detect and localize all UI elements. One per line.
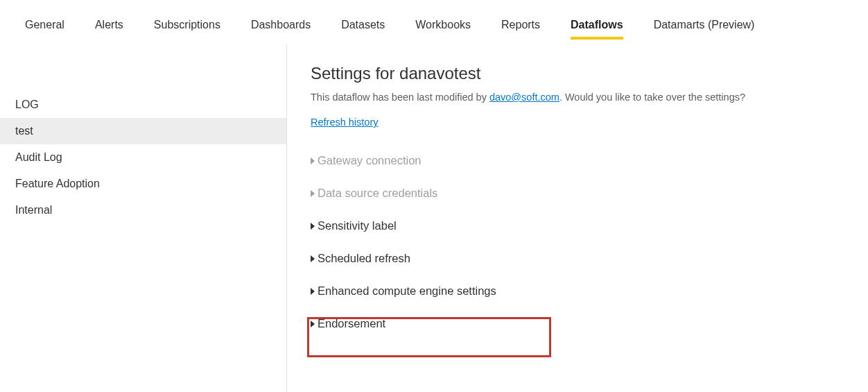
sidebar-item-label: LOG <box>15 99 39 110</box>
top-tabs: General Alerts Subscriptions Dashboards … <box>0 0 868 44</box>
tab-datasets[interactable]: Datasets <box>341 6 385 41</box>
chevron-right-icon <box>311 288 315 295</box>
tab-workbooks[interactable]: Workbooks <box>415 6 471 41</box>
sidebar-item-log[interactable]: LOG <box>0 92 286 118</box>
tab-label: Datamarts (Preview) <box>654 19 755 31</box>
chevron-right-icon <box>311 321 315 327</box>
tab-label: Dashboards <box>251 19 311 31</box>
section-label: Endorsement <box>318 317 385 330</box>
sidebar-item-label: Audit Log <box>15 151 62 163</box>
main-panel: Settings for danavotest This dataflow ha… <box>287 44 868 392</box>
subtitle: This dataflow has been last modified by … <box>311 92 868 103</box>
subtitle-prefix: This dataflow has been last modified by <box>311 92 489 103</box>
tab-reports[interactable]: Reports <box>501 6 540 41</box>
tab-datamarts[interactable]: Datamarts (Preview) <box>654 6 755 41</box>
sidebar: LOG test Audit Log Feature Adoption Inte… <box>0 44 287 392</box>
section-data-source-credentials: Data source credentials <box>311 177 868 210</box>
tab-dashboards[interactable]: Dashboards <box>251 6 311 41</box>
sidebar-item-label: test <box>15 125 33 137</box>
chevron-right-icon <box>311 223 315 230</box>
tab-alerts[interactable]: Alerts <box>95 6 123 41</box>
chevron-right-icon <box>311 190 315 197</box>
section-label: Gateway connection <box>318 154 422 167</box>
tab-label: Dataflows <box>571 19 623 31</box>
chevron-right-icon <box>311 255 315 262</box>
section-sensitivity-label[interactable]: Sensitivity label <box>311 210 868 242</box>
sidebar-item-feature-adoption[interactable]: Feature Adoption <box>0 171 286 197</box>
tab-subscriptions[interactable]: Subscriptions <box>154 6 220 41</box>
settings-accordion: Gateway connection Data source credentia… <box>311 144 868 340</box>
tab-general[interactable]: General <box>25 6 64 41</box>
section-gateway-connection: Gateway connection <box>311 144 868 177</box>
section-scheduled-refresh[interactable]: Scheduled refresh <box>311 242 868 275</box>
section-enhanced-compute-engine[interactable]: Enhanced compute engine settings <box>311 275 868 307</box>
tab-dataflows[interactable]: Dataflows <box>571 6 623 41</box>
sidebar-item-test[interactable]: test <box>0 118 286 144</box>
tab-label: Reports <box>501 19 540 31</box>
tab-label: General <box>25 19 64 31</box>
sidebar-item-label: Feature Adoption <box>15 178 100 189</box>
section-endorsement[interactable]: Endorsement <box>311 307 868 340</box>
section-label: Scheduled refresh <box>318 252 410 265</box>
refresh-history-link[interactable]: Refresh history <box>311 117 379 128</box>
section-label: Sensitivity label <box>318 219 397 232</box>
sidebar-item-audit-log[interactable]: Audit Log <box>0 144 286 171</box>
chevron-right-icon <box>311 157 315 164</box>
tab-label: Datasets <box>341 19 385 31</box>
sidebar-item-internal[interactable]: Internal <box>0 197 286 223</box>
page-title: Settings for danavotest <box>311 64 868 83</box>
subtitle-suffix: . Would you like to take over the settin… <box>559 92 745 103</box>
body-layout: LOG test Audit Log Feature Adoption Inte… <box>0 44 868 392</box>
section-label: Enhanced compute engine settings <box>318 284 496 298</box>
tab-label: Subscriptions <box>154 19 220 31</box>
tab-label: Alerts <box>95 19 123 31</box>
tab-label: Workbooks <box>415 19 471 31</box>
sidebar-item-label: Internal <box>15 204 52 216</box>
section-label: Data source credentials <box>318 187 437 200</box>
modified-by-email-link[interactable]: davo@soft.com <box>489 92 559 103</box>
